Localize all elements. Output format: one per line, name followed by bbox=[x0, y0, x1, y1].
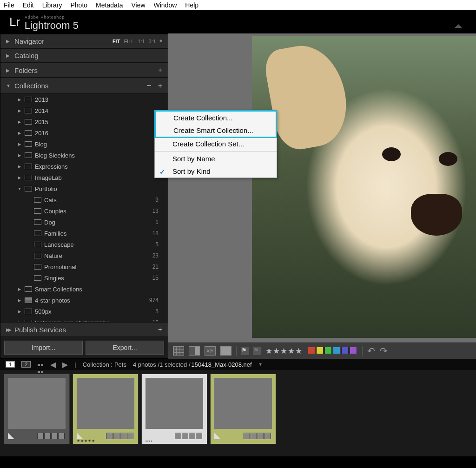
color-labels[interactable] bbox=[307, 347, 357, 356]
loupe-view-icon[interactable] bbox=[189, 346, 200, 356]
loupe-view[interactable]: X|Y ⚑ ⚑ ★★★★★ ↶ ↷ bbox=[168, 33, 476, 359]
collection-label: Blog bbox=[35, 141, 165, 148]
status-filename[interactable]: 150418_Max-0208.nef bbox=[192, 361, 252, 368]
menu-help[interactable]: Help bbox=[185, 1, 198, 9]
panel-catalog[interactable]: ▶ Catalog bbox=[0, 48, 168, 63]
zoom-31[interactable]: 3:1 bbox=[149, 39, 156, 44]
collection-2013[interactable]: ▶2013 bbox=[0, 94, 168, 105]
color-label-swatch[interactable] bbox=[308, 347, 315, 354]
add-collection-button[interactable]: + bbox=[158, 82, 162, 90]
dropdown-icon[interactable]: ▼ bbox=[258, 362, 263, 367]
collection-label: 2016 bbox=[35, 130, 165, 137]
collection-blog[interactable]: ▶Blog bbox=[0, 138, 168, 150]
collection-label: Blog Sleeklens bbox=[35, 152, 165, 159]
collection-label: Singles bbox=[44, 275, 152, 282]
filmstrip[interactable]: ★★★★★•••• bbox=[0, 370, 476, 456]
menu-item-create-collection[interactable]: Create Collection... bbox=[156, 112, 276, 124]
grid-icon[interactable] bbox=[37, 361, 44, 368]
disclosure-icon: ▶ bbox=[17, 298, 22, 303]
badge-icon bbox=[182, 433, 188, 439]
import-button[interactable]: Import... bbox=[4, 341, 83, 355]
collection-icon bbox=[34, 208, 41, 214]
color-label-swatch[interactable] bbox=[324, 347, 332, 354]
color-label-swatch[interactable] bbox=[333, 347, 340, 354]
collection-couples[interactable]: Couples13 bbox=[0, 205, 168, 217]
zoom-more-icon[interactable]: ◆ bbox=[159, 39, 162, 44]
status-collection-prefix: Collection : bbox=[83, 361, 112, 368]
menu-file[interactable]: File bbox=[4, 1, 14, 9]
menu-item-sort-by-name[interactable]: Sort by Name bbox=[155, 152, 277, 165]
collection-smart-collections[interactable]: ▶Smart Collections bbox=[0, 283, 168, 295]
menu-edit[interactable]: Edit bbox=[23, 1, 34, 9]
secondary-window-1[interactable]: 1 bbox=[6, 361, 15, 368]
panel-folders[interactable]: ▶ Folders + bbox=[0, 63, 168, 78]
rotate-right-icon[interactable]: ↷ bbox=[380, 345, 388, 356]
collection-imagelab[interactable]: ▶ImageLab bbox=[0, 172, 168, 183]
collection-blog-sleeklens[interactable]: ▶Blog Sleeklens bbox=[0, 150, 168, 161]
collection-4-star-photos[interactable]: ▶4-star photos974 bbox=[0, 295, 168, 306]
zoom-fit[interactable]: FIT bbox=[112, 39, 120, 44]
collection-icon bbox=[25, 164, 32, 169]
zoom-fill[interactable]: FILL bbox=[124, 39, 134, 44]
navigator-zoom-controls[interactable]: FITFILL1:13:1◆ bbox=[112, 39, 162, 44]
filmstrip-thumb[interactable] bbox=[210, 374, 276, 444]
collection-2016[interactable]: ▶2016 bbox=[0, 127, 168, 138]
panel-publish[interactable]: ▶▶ Publish Services + bbox=[0, 322, 168, 337]
add-folder-button[interactable]: + bbox=[158, 66, 162, 74]
add-publish-button[interactable]: + bbox=[158, 325, 162, 334]
collections-tree[interactable]: ▶2013▶2014▶2015▶2016▶Blog▶Blog Sleeklens… bbox=[0, 94, 168, 322]
status-bar: 1 2 ◀ ▶ | Collection : Pets 4 photos /1 … bbox=[0, 359, 476, 370]
separator bbox=[236, 346, 237, 356]
collection-cats[interactable]: Cats9 bbox=[0, 194, 168, 205]
disclosure-icon: ▶ bbox=[17, 131, 22, 135]
compare-view-icon[interactable]: X|Y bbox=[205, 346, 216, 356]
panel-navigator[interactable]: ▶ Navigator FITFILL1:13:1◆ bbox=[0, 34, 168, 48]
panel-collections[interactable]: ▼ Collections − + bbox=[0, 78, 168, 94]
collection-portfolio[interactable]: ▼Portfolio bbox=[0, 183, 168, 194]
collection-count: 974 bbox=[149, 297, 165, 303]
menu-library[interactable]: Library bbox=[42, 1, 62, 9]
export-button[interactable]: Export... bbox=[86, 341, 164, 355]
collection-2015[interactable]: ▶2015 bbox=[0, 116, 168, 127]
filmstrip-thumb[interactable] bbox=[4, 374, 70, 444]
color-label-swatch[interactable] bbox=[350, 347, 357, 354]
menu-item-create-collection-set[interactable]: Create Collection Set... bbox=[155, 138, 277, 150]
collection-landscape[interactable]: Landscape5 bbox=[0, 239, 168, 250]
status-collection-name[interactable]: Pets bbox=[114, 361, 126, 368]
menu-item-sort-by-kind[interactable]: Sort by Kind✓ bbox=[155, 165, 277, 178]
color-label-swatch[interactable] bbox=[341, 347, 349, 354]
collection-500px[interactable]: ▶500px5 bbox=[0, 306, 168, 317]
collection-label: ImageLab bbox=[35, 174, 165, 181]
collection-families[interactable]: Families18 bbox=[0, 228, 168, 239]
secondary-window-2[interactable]: 2 bbox=[21, 361, 31, 368]
collection-expressions[interactable]: ▶Expressions bbox=[0, 161, 168, 172]
nav-back-icon[interactable]: ◀ bbox=[50, 360, 56, 369]
zoom-11[interactable]: 1:1 bbox=[138, 39, 145, 44]
badge-icon bbox=[37, 433, 44, 439]
color-label-swatch[interactable] bbox=[316, 347, 324, 354]
nav-fwd-icon[interactable]: ▶ bbox=[62, 360, 68, 369]
collection-singles[interactable]: Singles15 bbox=[0, 272, 168, 283]
filmstrip-thumb[interactable]: ★★★★★ bbox=[73, 374, 139, 444]
grid-view-icon[interactable] bbox=[173, 346, 184, 356]
rotate-left-icon[interactable]: ↶ bbox=[367, 345, 375, 356]
menu-metadata[interactable]: Metadata bbox=[96, 1, 123, 9]
badge-icon bbox=[196, 433, 202, 439]
menu-photo[interactable]: Photo bbox=[70, 1, 87, 9]
menu-view[interactable]: View bbox=[131, 1, 145, 9]
disclosure-icon: ▶ bbox=[17, 287, 22, 291]
survey-view-icon[interactable] bbox=[220, 346, 231, 356]
rating-stars[interactable]: ★★★★★ bbox=[265, 346, 303, 356]
menu-window[interactable]: Window bbox=[154, 1, 177, 9]
collection-instagram-srm-photography[interactable]: ▶Instagram srm photography16 bbox=[0, 317, 168, 322]
menu-item-create-smart-collection[interactable]: Create Smart Collection... bbox=[156, 124, 276, 137]
collection-dog[interactable]: Dog1 bbox=[0, 217, 168, 228]
flag-pick-icon[interactable]: ⚑ bbox=[241, 347, 249, 355]
collection-nature[interactable]: Nature23 bbox=[0, 250, 168, 261]
flag-reject-icon[interactable]: ⚑ bbox=[253, 347, 261, 355]
panel-collapse-icon[interactable] bbox=[455, 24, 462, 28]
collection-promotional[interactable]: Promotional21 bbox=[0, 261, 168, 272]
remove-collection-button[interactable]: − bbox=[146, 81, 152, 91]
filmstrip-thumb[interactable]: •••• bbox=[141, 374, 207, 444]
collection-2014[interactable]: ▶2014 bbox=[0, 105, 168, 116]
